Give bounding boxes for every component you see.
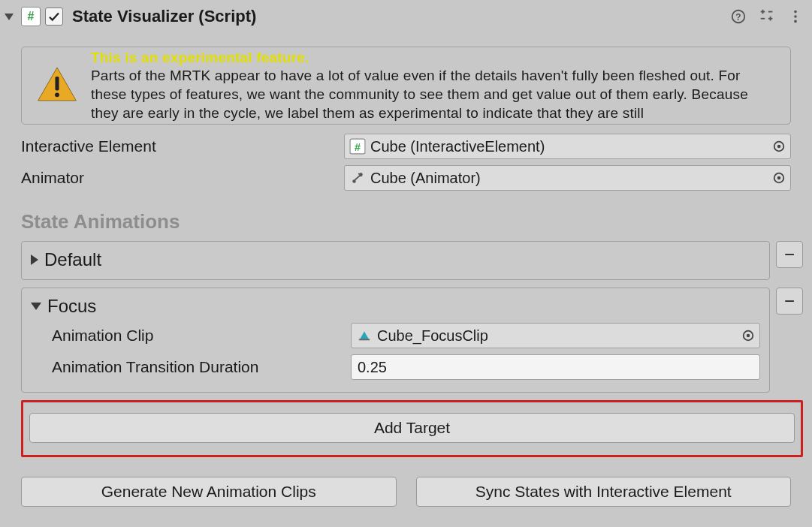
state-animations-title: State Animations (21, 210, 812, 233)
animator-value: Cube (Animator) (370, 170, 766, 187)
animator-label: Animator (21, 169, 344, 187)
help-icon[interactable]: ? (728, 6, 749, 27)
generate-clips-button[interactable]: Generate New Animation Clips (21, 477, 397, 507)
interactive-element-label: Interactive Element (21, 137, 344, 155)
warning-title: This is an experimental feature. (91, 50, 309, 65)
chevron-right-icon (31, 254, 38, 265)
sync-states-button[interactable]: Sync States with Interactive Element (416, 477, 792, 507)
animator-row: Animator Cube (Animator) (0, 162, 812, 194)
focus-state-row: Focus Animation Clip Cube_FocusClip Anim… (21, 288, 803, 393)
svg-point-8 (794, 11, 797, 14)
interactive-element-value: Cube (InteractiveElement) (370, 138, 766, 155)
component-foldout-arrow-down-icon[interactable] (5, 14, 14, 20)
svg-text:#: # (355, 141, 361, 153)
add-target-button[interactable]: Add Target (29, 413, 795, 443)
svg-rect-21 (359, 339, 370, 341)
interactive-element-row: Interactive Element # Cube (InteractiveE… (0, 131, 812, 162)
warning-text: This is an experimental feature. Parts o… (91, 49, 780, 123)
script-icon: # (21, 7, 41, 26)
focus-label: Focus (47, 296, 96, 317)
enable-component-checkbox[interactable] (45, 8, 63, 26)
bottom-button-row: Generate New Animation Clips Sync States… (21, 477, 791, 507)
script-ref-icon: # (349, 138, 366, 155)
transition-duration-input[interactable]: 0.25 (351, 354, 760, 380)
warning-triangle-icon (32, 66, 77, 106)
object-picker-icon[interactable] (771, 138, 787, 155)
object-picker-icon[interactable] (740, 327, 756, 344)
default-state-box: Default (21, 241, 770, 280)
svg-point-23 (747, 334, 750, 338)
svg-rect-4 (768, 11, 773, 13)
focus-state-box: Focus Animation Clip Cube_FocusClip Anim… (21, 288, 770, 393)
animation-clip-icon (356, 327, 373, 344)
svg-point-12 (55, 92, 59, 97)
animator-icon (349, 170, 366, 186)
chevron-down-icon (31, 303, 41, 310)
animation-clip-value: Cube_FocusClip (377, 327, 735, 345)
animation-clip-row: Animation Clip Cube_FocusClip (31, 323, 760, 348)
svg-rect-3 (762, 10, 764, 14)
object-picker-icon[interactable] (771, 170, 787, 186)
svg-text:?: ? (735, 12, 741, 23)
interactive-element-field[interactable]: # Cube (InteractiveElement) (344, 134, 791, 159)
svg-point-10 (794, 20, 797, 23)
svg-point-20 (777, 176, 781, 180)
svg-rect-11 (55, 76, 59, 90)
animation-clip-field[interactable]: Cube_FocusClip (351, 323, 760, 348)
transition-duration-label: Animation Transition Duration (52, 358, 351, 376)
svg-point-9 (794, 15, 797, 18)
animator-field[interactable]: Cube (Animator) (344, 165, 791, 191)
svg-rect-7 (770, 17, 771, 21)
context-menu-icon[interactable] (785, 6, 806, 27)
presets-icon[interactable] (756, 6, 777, 27)
remove-focus-button[interactable]: − (776, 288, 803, 315)
svg-rect-5 (761, 18, 765, 20)
default-state-row: Default − (21, 241, 803, 280)
component-title: State Visualizer (Script) (72, 7, 723, 26)
warning-body: Parts of the MRTK appear to have a lot o… (91, 68, 748, 120)
transition-duration-row: Animation Transition Duration 0.25 (31, 354, 760, 380)
component-header: # State Visualizer (Script) ? (0, 0, 812, 33)
experimental-warning-box: This is an experimental feature. Parts o… (21, 47, 791, 125)
add-target-highlight: Add Target (21, 400, 803, 457)
focus-foldout[interactable]: Focus (31, 296, 760, 317)
remove-default-button[interactable]: − (776, 241, 803, 268)
animation-clip-label: Animation Clip (52, 327, 351, 345)
svg-point-16 (777, 145, 781, 149)
default-label: Default (44, 249, 101, 270)
default-foldout[interactable]: Default (31, 249, 760, 270)
